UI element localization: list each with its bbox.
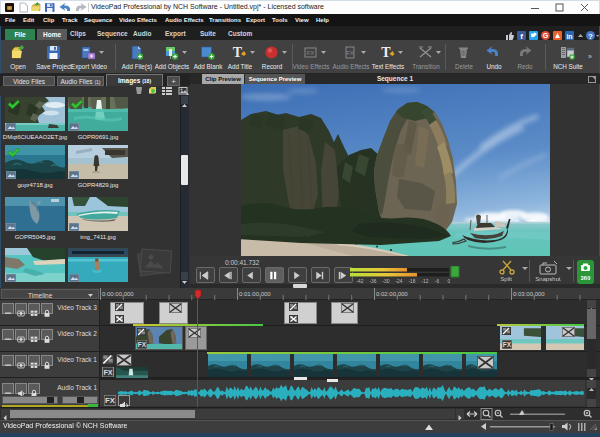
svg-text:FX: FX [503, 341, 512, 348]
svg-text:in: in [566, 33, 572, 40]
svg-text:-30: -30 [382, 278, 389, 284]
svg-text:FX: FX [307, 50, 315, 56]
svg-text:-42: -42 [356, 278, 363, 284]
svg-text:-36: -36 [369, 278, 376, 284]
svg-text:-6: -6 [435, 278, 440, 284]
svg-text:360: 360 [580, 275, 591, 281]
svg-text:G: G [543, 32, 549, 39]
svg-text:0:03:00,000: 0:03:00,000 [513, 291, 545, 297]
svg-text:0:00:00,000: 0:00:00,000 [102, 291, 134, 297]
svg-text:T: T [233, 45, 243, 60]
svg-text:Split: Split [500, 276, 512, 282]
svg-text:-24: -24 [395, 278, 402, 284]
svg-text:FX: FX [346, 50, 354, 56]
svg-text:-18: -18 [408, 278, 415, 284]
svg-text:T: T [381, 45, 391, 60]
svg-text:FX: FX [138, 341, 147, 348]
svg-text:FX: FX [105, 397, 116, 406]
svg-text:FX: FX [103, 368, 112, 377]
svg-text:0: 0 [448, 278, 451, 284]
svg-text:0:02:00,000: 0:02:00,000 [376, 291, 408, 297]
svg-text:Snapshot: Snapshot [535, 276, 561, 282]
svg-text:0:01:00,000: 0:01:00,000 [239, 291, 271, 297]
svg-text:-12: -12 [421, 278, 428, 284]
